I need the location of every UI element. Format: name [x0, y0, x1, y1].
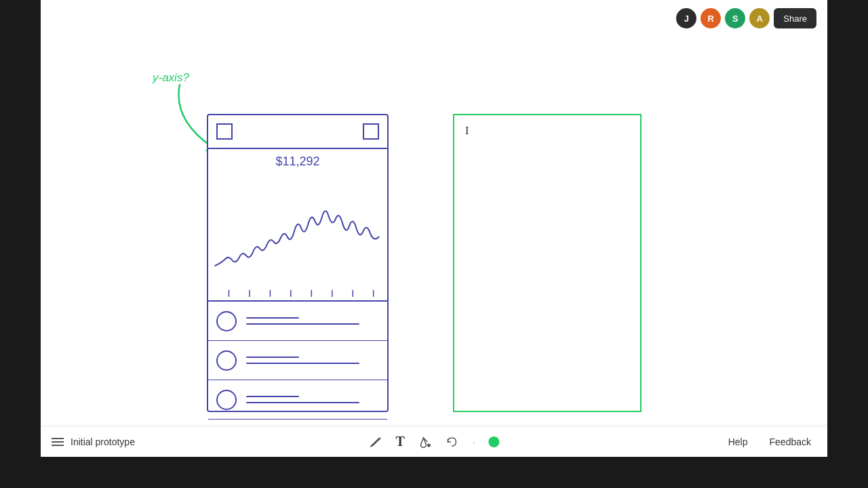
avatar-j[interactable]: J [676, 8, 696, 28]
list-line-long-1 [246, 323, 359, 325]
right-panel [827, 0, 868, 488]
avatar-s[interactable]: S [725, 8, 745, 28]
list-line-short-3 [246, 396, 299, 397]
separator-dot: · [473, 436, 475, 447]
hamburger-menu-icon[interactable] [52, 438, 64, 446]
bottom-left-section: Initial prototype [52, 436, 135, 447]
phone-chart-area [208, 176, 387, 302]
list-item-2 [208, 341, 387, 380]
list-circle-2 [216, 350, 237, 371]
project-title: Initial prototype [71, 436, 135, 447]
fill-tool[interactable] [418, 435, 432, 449]
bottom-right-section: Help Feedback [723, 434, 816, 450]
list-line-short-2 [246, 357, 299, 358]
help-button[interactable]: Help [723, 434, 753, 450]
phone-value-display: $11,292 [208, 155, 387, 169]
list-circle-3 [216, 390, 237, 410]
list-item-3 [208, 380, 387, 420]
avatar-a[interactable]: A [749, 8, 770, 28]
feedback-button[interactable]: Feedback [764, 434, 816, 450]
list-item-1 [208, 302, 387, 341]
phone-wireframe: $11,292 [207, 114, 389, 412]
list-line-short-1 [246, 317, 299, 319]
list-line-long-3 [246, 402, 359, 403]
phone-top-bar [208, 115, 387, 149]
list-lines-2 [246, 357, 379, 364]
phone-list-area [208, 302, 387, 411]
text-cursor: I [465, 125, 469, 137]
share-button[interactable]: Share [774, 8, 816, 28]
phone-top-right-icon [363, 123, 379, 140]
canvas-area: J R S A Share y-axis? $11,292 [41, 0, 827, 457]
list-lines-3 [246, 396, 379, 403]
left-panel [0, 0, 41, 488]
bottom-bar: Initial prototype T [41, 426, 827, 457]
list-circle-1 [216, 311, 237, 331]
text-tool[interactable]: T [395, 434, 404, 449]
top-toolbar: J R S A Share [676, 8, 816, 28]
list-lines-1 [246, 317, 379, 325]
status-dot[interactable] [489, 436, 500, 447]
pen-tool[interactable] [368, 435, 382, 449]
green-wireframe: I [453, 114, 642, 412]
undo-tool[interactable] [446, 435, 459, 449]
svg-point-10 [427, 443, 431, 447]
phone-top-left-icon [216, 123, 233, 140]
avatar-r[interactable]: R [701, 8, 721, 28]
tools-center: T · [368, 434, 499, 449]
list-line-long-2 [246, 363, 359, 364]
